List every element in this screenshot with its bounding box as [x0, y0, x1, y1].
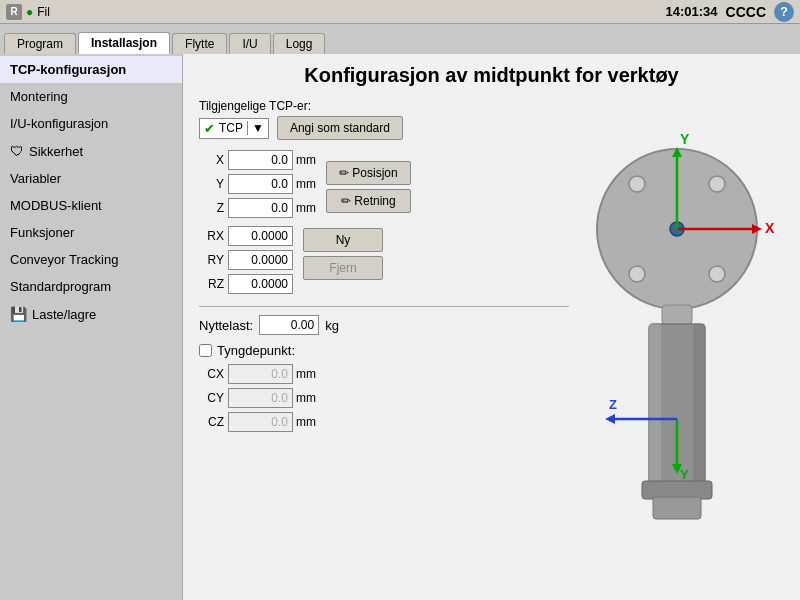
- z-label: Z: [199, 201, 224, 215]
- cz-input[interactable]: [228, 412, 293, 432]
- ry-input[interactable]: [228, 250, 293, 270]
- posisjon-button[interactable]: ✏ Posisjon: [326, 161, 411, 185]
- tab-installasjon[interactable]: Installasjon: [78, 32, 170, 54]
- retning-button[interactable]: ✏ Retning: [326, 189, 411, 213]
- svg-text:Z: Z: [609, 397, 617, 412]
- rz-label: RZ: [199, 277, 224, 291]
- svg-rect-16: [642, 481, 712, 499]
- tab-logg[interactable]: Logg: [273, 33, 326, 54]
- sidebar-label-sikkerhet: Sikkerhet: [29, 144, 83, 159]
- sidebar-label-iu: I/U-konfigurasjon: [10, 116, 108, 131]
- rx-label: RX: [199, 229, 224, 243]
- titlebar-file: Fil: [37, 5, 665, 19]
- svg-rect-14: [649, 324, 661, 484]
- sidebar-label-tcp: TCP-konfigurasjon: [10, 62, 126, 77]
- sidebar-label-laste: Laste/lagre: [32, 307, 96, 322]
- x-input[interactable]: [228, 150, 293, 170]
- nyttelast-unit: kg: [325, 318, 339, 333]
- ry-label: RY: [199, 253, 224, 267]
- save-icon: 💾: [10, 306, 27, 322]
- help-button[interactable]: ?: [774, 2, 794, 22]
- sidebar-label-funksjoner: Funksjoner: [10, 225, 74, 240]
- svg-text:X: X: [765, 220, 775, 236]
- x-unit: mm: [296, 153, 316, 167]
- sidebar-label-conveyor: Conveyor Tracking: [10, 252, 118, 267]
- tab-flytte[interactable]: Flytte: [172, 33, 227, 54]
- tool-graphic-panel: X Y: [569, 99, 784, 589]
- main-layout: TCP-konfigurasjon Montering I/U-konfigur…: [0, 54, 800, 600]
- sidebar-item-tcp[interactable]: TCP-konfigurasjon: [0, 56, 182, 83]
- status-dot: ●: [26, 5, 33, 19]
- x-label: X: [199, 153, 224, 167]
- ny-button[interactable]: Ny: [303, 228, 383, 252]
- svg-marker-22: [605, 414, 615, 424]
- sidebar-item-conveyor[interactable]: Conveyor Tracking: [0, 246, 182, 273]
- svg-rect-17: [653, 497, 701, 519]
- tcp-check-icon: ✔: [204, 121, 215, 136]
- sidebar-item-montering[interactable]: Montering: [0, 83, 182, 110]
- tool-graphic: X Y: [577, 109, 777, 589]
- cz-unit: mm: [296, 415, 316, 429]
- z-input[interactable]: [228, 198, 293, 218]
- svg-rect-15: [693, 324, 705, 484]
- tyngdepunkt-checkbox[interactable]: [199, 344, 212, 357]
- page-title: Konfigurasjon av midtpunkt for verktøy: [199, 64, 784, 87]
- titlebar-time: 14:01:34: [666, 4, 718, 19]
- titlebar: R ● Fil 14:01:34 CCCC ?: [0, 0, 800, 24]
- tabbar: Program Installasjon Flytte I/U Logg: [0, 24, 800, 54]
- fjern-button[interactable]: Fjern: [303, 256, 383, 280]
- shield-icon: 🛡: [10, 143, 24, 159]
- sidebar-label-standardprogram: Standardprogram: [10, 279, 111, 294]
- sidebar-item-standardprogram[interactable]: Standardprogram: [0, 273, 182, 300]
- sidebar-item-iu[interactable]: I/U-konfigurasjon: [0, 110, 182, 137]
- tcp-dropdown-arrow[interactable]: ▼: [247, 121, 264, 135]
- svg-point-3: [629, 266, 645, 282]
- svg-point-2: [709, 176, 725, 192]
- y-unit: mm: [296, 177, 316, 191]
- sidebar: TCP-konfigurasjon Montering I/U-konfigur…: [0, 54, 183, 600]
- app-logo: R: [6, 4, 22, 20]
- cy-unit: mm: [296, 391, 316, 405]
- svg-point-4: [709, 266, 725, 282]
- sidebar-item-funksjoner[interactable]: Funksjoner: [0, 219, 182, 246]
- cz-label: CZ: [199, 415, 224, 429]
- set-default-button[interactable]: Angi som standard: [277, 116, 403, 140]
- tcp-select[interactable]: ✔ TCP ▼: [199, 118, 269, 139]
- sidebar-item-sikkerhet[interactable]: 🛡 Sikkerhet: [0, 137, 182, 165]
- nyttelast-label: Nyttelast:: [199, 318, 253, 333]
- sidebar-item-laste[interactable]: 💾 Laste/lagre: [0, 300, 182, 328]
- tab-iu[interactable]: I/U: [229, 33, 270, 54]
- sidebar-item-modbus[interactable]: MODBUS-klient: [0, 192, 182, 219]
- cy-label: CY: [199, 391, 224, 405]
- content-area: Konfigurasjon av midtpunkt for verktøy T…: [183, 54, 800, 600]
- svg-text:Y: Y: [680, 131, 690, 147]
- cx-input[interactable]: [228, 364, 293, 384]
- tcp-label: Tilgjengelige TCP-er:: [199, 99, 569, 113]
- sidebar-label-montering: Montering: [10, 89, 68, 104]
- svg-text:Y: Y: [680, 467, 689, 482]
- svg-rect-12: [662, 305, 692, 325]
- svg-point-1: [629, 176, 645, 192]
- sidebar-item-variabler[interactable]: Variabler: [0, 165, 182, 192]
- sidebar-label-variabler: Variabler: [10, 171, 61, 186]
- cx-unit: mm: [296, 367, 316, 381]
- z-unit: mm: [296, 201, 316, 215]
- titlebar-cccc: CCCC: [726, 4, 766, 20]
- tyngdepunkt-label: Tyngdepunkt:: [217, 343, 295, 358]
- cy-input[interactable]: [228, 388, 293, 408]
- y-input[interactable]: [228, 174, 293, 194]
- rz-input[interactable]: [228, 274, 293, 294]
- rx-input[interactable]: [228, 226, 293, 246]
- cx-label: CX: [199, 367, 224, 381]
- tab-program[interactable]: Program: [4, 33, 76, 54]
- y-label: Y: [199, 177, 224, 191]
- tcp-value: TCP: [219, 121, 243, 135]
- sidebar-label-modbus: MODBUS-klient: [10, 198, 102, 213]
- divider: [199, 306, 569, 307]
- nyttelast-input[interactable]: [259, 315, 319, 335]
